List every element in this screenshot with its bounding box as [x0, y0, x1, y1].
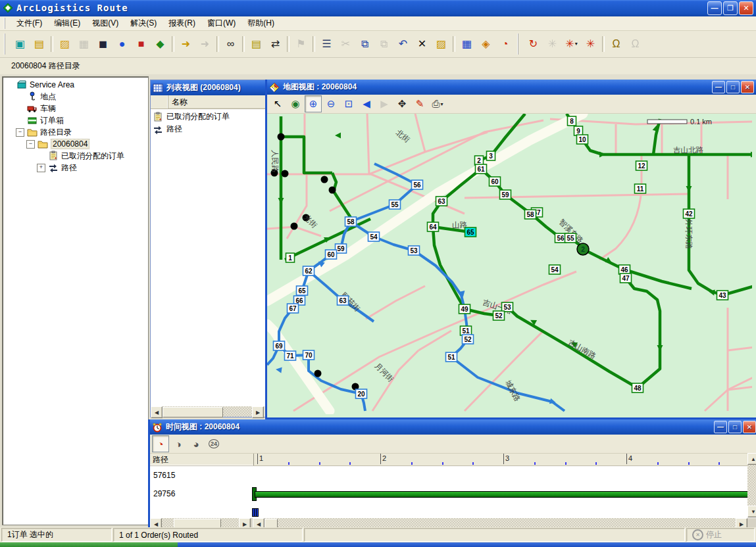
tree-item[interactable]: +路径: [3, 162, 148, 174]
map-stop-marker[interactable]: 49: [459, 304, 470, 314]
clock-24-view-button[interactable]: 24: [205, 435, 222, 452]
unassigned-stop-dot[interactable]: [321, 176, 328, 183]
unassigned-stop-dot[interactable]: [278, 133, 285, 141]
lock-button[interactable]: Ω: [607, 34, 626, 53]
print-button[interactable]: ⎙▾: [429, 95, 446, 112]
scroll-left-button[interactable]: ◀: [150, 518, 162, 527]
map-stop-marker[interactable]: 48: [632, 383, 643, 392]
menu-item[interactable]: 编辑(E): [48, 16, 86, 30]
scroll-right-button[interactable]: ▶: [239, 518, 251, 527]
map-stop-marker[interactable]: 46: [619, 265, 630, 274]
tree-expander[interactable]: −: [26, 140, 35, 149]
menu-item[interactable]: 视图(V): [86, 16, 124, 30]
scroll-thumb[interactable]: [163, 407, 223, 417]
icon-column-header[interactable]: [151, 95, 168, 108]
menu-grip[interactable]: [4, 18, 8, 29]
timeline-scroll-left-button[interactable]: ◀: [253, 518, 265, 527]
start-button-edge[interactable]: [0, 542, 178, 547]
close-button[interactable]: ✕: [739, 1, 753, 15]
minimize-button[interactable]: —: [712, 81, 725, 93]
minimize-button[interactable]: —: [714, 421, 727, 433]
maximize-button[interactable]: □: [728, 421, 742, 433]
scroll-track[interactable]: [747, 465, 756, 506]
map-stop-marker[interactable]: 53: [502, 302, 513, 312]
tree-expander[interactable]: −: [16, 128, 24, 137]
unassigned-stop-dot[interactable]: [315, 370, 322, 377]
timeline-scroll-right-button[interactable]: ▶: [736, 518, 747, 527]
map-stop-marker[interactable]: 56: [412, 180, 423, 189]
map-stop-marker[interactable]: 9: [574, 126, 583, 135]
toolbar-grip[interactable]: [4, 34, 8, 55]
pan-button[interactable]: ✥: [393, 95, 411, 112]
map-stop-marker[interactable]: 55: [390, 200, 401, 209]
map-stop-marker[interactable]: 2: [475, 156, 484, 165]
timeline-cursor-marker[interactable]: [252, 508, 259, 517]
map-stop-marker[interactable]: 53: [409, 246, 420, 255]
properties-button[interactable]: ☰: [317, 34, 336, 53]
new-vehicle-button[interactable]: ■: [132, 34, 151, 53]
map-stop-marker[interactable]: 64: [428, 222, 439, 231]
map-stop-marker[interactable]: 59: [500, 190, 511, 199]
new-order-button[interactable]: ◆: [151, 34, 170, 53]
dropdown-arrow-icon[interactable]: ▾: [575, 41, 578, 47]
map-stop-marker[interactable]: 8: [568, 116, 576, 126]
map-stop-marker[interactable]: 69: [274, 341, 285, 350]
stop-button[interactable]: ✕ 停止: [686, 528, 755, 542]
delete-button[interactable]: ✕: [413, 34, 432, 53]
route-time-bar[interactable]: [255, 491, 748, 498]
time-window-view-button[interactable]: ◔: [152, 435, 169, 452]
timeline-row[interactable]: 57615: [150, 466, 756, 485]
full-extent-button[interactable]: ◉: [287, 95, 304, 112]
tree-item[interactable]: 订单箱: [3, 114, 148, 126]
maximize-button[interactable]: □: [726, 81, 740, 93]
map-stop-marker[interactable]: 61: [476, 164, 487, 174]
unassigned-stop-dot[interactable]: [329, 187, 336, 194]
map-stop-marker[interactable]: 65: [465, 227, 476, 237]
scroll-right-button[interactable]: ▶: [252, 406, 264, 418]
new-folder-button[interactable]: ▨: [55, 34, 74, 53]
map-stop-marker[interactable]: 54: [368, 232, 380, 241]
tree-item[interactable]: −路径目录: [3, 126, 148, 138]
new-location-button[interactable]: ●: [113, 34, 132, 53]
map-stop-marker[interactable]: 12: [636, 161, 647, 170]
map-stop-marker[interactable]: 58: [525, 210, 536, 219]
find-button[interactable]: ∞: [221, 34, 240, 53]
depot-marker[interactable]: 2: [577, 243, 589, 255]
clock-view-3-button[interactable]: ◕: [188, 435, 205, 452]
timeline-scroll-track[interactable]: [265, 518, 736, 527]
map-stop-marker[interactable]: 52: [463, 335, 474, 344]
import-orders-button[interactable]: ➜: [176, 34, 195, 53]
map-stop-marker[interactable]: 1: [286, 253, 295, 262]
undo-button[interactable]: ↶: [393, 34, 413, 53]
map-stop-marker[interactable]: 11: [635, 184, 646, 193]
map-stop-marker[interactable]: 63: [338, 296, 349, 305]
time-view-titlebar[interactable]: 时间视图 : 20060804 —□✕: [150, 419, 756, 435]
tree-item[interactable]: 车辆: [3, 103, 148, 114]
map-stop-marker[interactable]: 54: [549, 265, 561, 274]
toolbar-grip[interactable]: [517, 34, 521, 55]
clock-view-2-button[interactable]: ◑: [170, 435, 187, 452]
map-stop-marker[interactable]: 65: [297, 286, 308, 295]
close-button[interactable]: ✕: [741, 81, 754, 93]
map-stop-marker[interactable]: 51: [446, 352, 457, 362]
restore-button[interactable]: ❐: [723, 1, 738, 15]
map-stop-marker[interactable]: 60: [326, 250, 337, 259]
map-stop-marker[interactable]: 62: [303, 266, 315, 275]
tree-expander[interactable]: +: [37, 164, 45, 172]
open-project-button[interactable]: ▤: [30, 34, 49, 53]
map-stop-marker[interactable]: 60: [490, 177, 501, 186]
map-view-button[interactable]: ◈: [476, 34, 495, 53]
map-stop-marker[interactable]: 63: [436, 197, 447, 206]
unassigned-stop-dot[interactable]: [291, 223, 298, 230]
tree-item[interactable]: −20060804: [3, 138, 148, 150]
paste-special-button[interactable]: ▨: [432, 34, 451, 53]
zoom-in-button[interactable]: ⊕: [305, 95, 322, 112]
scroll-up-button[interactable]: ▲: [747, 453, 756, 465]
map-stop-marker[interactable]: 51: [461, 326, 472, 335]
copy-button[interactable]: ⧉: [355, 34, 374, 53]
minimize-button[interactable]: —: [707, 1, 722, 15]
back-extent-button[interactable]: ◀: [358, 95, 375, 112]
move-orders-button[interactable]: ✳▾: [562, 34, 581, 53]
map-stop-marker[interactable]: 55: [565, 233, 576, 243]
map-stop-marker[interactable]: 10: [577, 135, 588, 144]
